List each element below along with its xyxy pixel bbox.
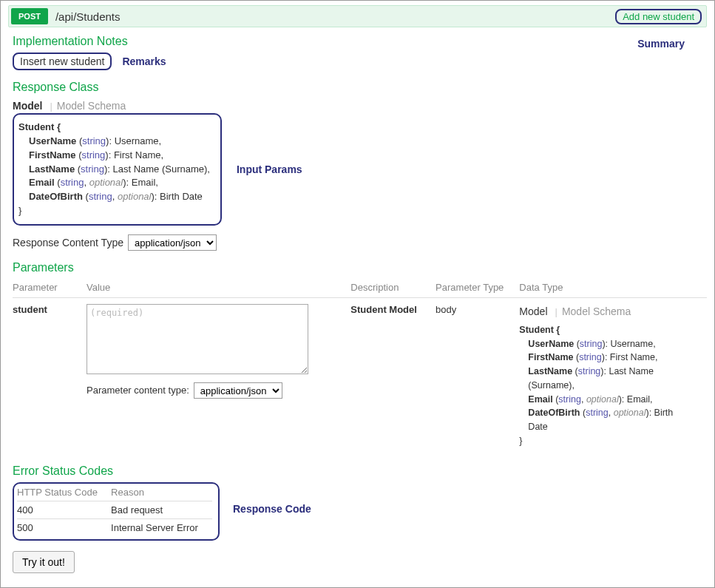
param-content-type-label: Parameter content type: [87, 385, 189, 396]
response-content-type-select[interactable]: application/json [128, 234, 217, 251]
response-model-box: Student { UserName (string): Username,Fi… [13, 113, 222, 226]
response-content-type-label: Response Content Type [13, 237, 123, 249]
datatype-model: Student { UserName (string): Username,Fi… [519, 323, 674, 448]
table-row: 400Bad request [17, 501, 212, 518]
param-data-type: Model|Model Schema Student { UserName (s… [519, 297, 707, 453]
response-class-tabs: Model|Model Schema [13, 98, 707, 113]
table-row: student Parameter content type: applicat… [13, 297, 707, 453]
annotation-response-code: Response Code [233, 503, 311, 515]
th-reason: Reason [111, 485, 212, 501]
th-parameter: Parameter [13, 279, 87, 298]
param-description: Student Model [350, 297, 436, 453]
error-status-codes-heading: Error Status Codes [13, 464, 707, 478]
operation-summary[interactable]: Add new student [615, 9, 702, 24]
param-name: student [13, 297, 87, 453]
parameters-table: Parameter Value Description Parameter Ty… [13, 279, 707, 454]
error-table: HTTP Status Code Reason 400Bad request50… [17, 485, 212, 536]
datatype-tab-model[interactable]: Model [519, 304, 550, 319]
param-type: body [436, 297, 519, 453]
operation-header[interactable]: POST /api/Students Add new student [8, 5, 707, 27]
th-parameter-type: Parameter Type [436, 279, 519, 298]
annotation-input-params: Input Params [237, 163, 302, 175]
error-status-codes-box: HTTP Status Code Reason 400Bad request50… [13, 482, 220, 541]
parameters-heading: Parameters [13, 261, 707, 274]
annotation-summary: Summary [637, 38, 685, 50]
th-value: Value [87, 279, 350, 298]
param-value-input[interactable] [87, 304, 308, 374]
annotation-remarks: Remarks [122, 55, 166, 67]
try-it-out-button[interactable]: Try it out! [13, 551, 75, 573]
tab-model-schema[interactable]: Model Schema [57, 98, 129, 113]
th-description: Description [350, 279, 436, 298]
param-content-type-select[interactable]: application/json [194, 382, 282, 399]
http-method-badge: POST [11, 8, 48, 24]
implementation-notes-heading: Implementation Notes [13, 35, 707, 48]
tab-model[interactable]: Model [13, 98, 45, 113]
th-http-status-code: HTTP Status Code [17, 485, 111, 501]
implementation-notes-text: Insert new student [13, 53, 112, 70]
datatype-tab-model-schema[interactable]: Model Schema [562, 304, 634, 319]
th-data-type: Data Type [519, 279, 707, 298]
api-path: /api/Students [55, 10, 121, 23]
response-class-heading: Response Class [13, 81, 707, 94]
table-row: 500Internal Server Error [17, 518, 212, 536]
